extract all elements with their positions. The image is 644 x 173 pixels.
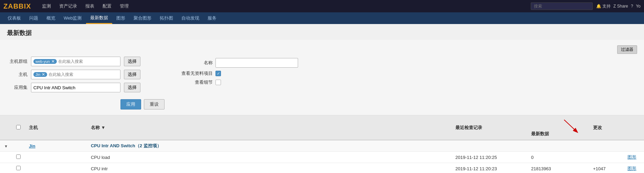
row2-name: CPU intr (87, 163, 451, 173)
th-host: 主机 (25, 115, 87, 140)
filter-action-row: 应用 重设 (120, 99, 165, 109)
host-link[interactable]: Jin (29, 143, 35, 149)
row1-select-checkbox[interactable] (16, 154, 21, 159)
row1-name: CPU load (87, 152, 451, 163)
share-link[interactable]: Z Share (613, 4, 628, 9)
host-group-select-button[interactable]: 选择 (124, 57, 140, 66)
row1-chevron (0, 152, 12, 163)
filter-toggle-button[interactable]: 过滤器 (617, 45, 637, 54)
filter-row-show-details: 查看细节 (178, 79, 298, 85)
sec-nav-maps[interactable]: 拓扑图 (156, 12, 177, 24)
zabbix-logo: ZABBIX (3, 2, 31, 10)
support-link[interactable]: 🔔 支持 (596, 3, 611, 9)
table-row: CPU load 2019-11-12 11:20:25 0 图形 (0, 152, 644, 163)
table-row: ▼ Jin CPU Intr AND Switch（2 监控项） (0, 140, 644, 152)
filter-row-app: 应用集 选择 (7, 83, 165, 92)
name-label: 名称 (178, 60, 213, 66)
th-last-check: 最近检查记录 (451, 115, 527, 140)
top-navigation: ZABBIX 监测 资产记录 报表 配置 管理 🔔 支持 Z Share ? Y… (0, 0, 644, 12)
nav-item-monitor[interactable]: 监测 (38, 0, 55, 12)
row2-chevron (0, 163, 12, 173)
row2-last-check: 2019-11-12 11:20:23 (451, 163, 527, 173)
filter-right-column: 名称 查看无资料项目 ✓ 查看细节 (178, 57, 298, 109)
row2-change: +1047 (589, 163, 623, 173)
page-title: 最新数据 (0, 24, 644, 40)
row1-change (589, 152, 623, 163)
user-menu[interactable]: Yo (636, 4, 641, 9)
filter-row-name: 名称 (178, 58, 298, 68)
name-sort[interactable]: 名称 ▼ (91, 125, 447, 131)
group-name-cell: CPU Intr AND Switch（2 监控项） (87, 140, 644, 152)
sec-nav-overview[interactable]: 概览 (42, 12, 60, 24)
host-tag-remove[interactable]: ✕ (42, 72, 45, 77)
table-row: CPU intr 2019-11-12 11:20:23 21813963 +1… (0, 163, 644, 173)
row1-latest-data: 0 (527, 152, 589, 163)
show-no-data-checkbox[interactable]: ✓ (215, 71, 221, 76)
nav-item-config[interactable]: 配置 (98, 0, 116, 12)
row2-host (25, 163, 87, 173)
global-search-input[interactable] (531, 2, 593, 10)
nav-item-assets[interactable]: 资产记录 (55, 0, 81, 12)
group-host-cell: Jin (25, 140, 87, 152)
row1-actions: 图形 (623, 152, 644, 163)
group-checkbox-cell (12, 140, 25, 152)
show-details-checkbox[interactable] (215, 80, 221, 85)
help-link[interactable]: ? (631, 4, 633, 9)
reset-button[interactable]: 重设 (144, 99, 165, 109)
arrow-annotation (557, 118, 585, 135)
top-nav-right: 🔔 支持 Z Share ? Yo (531, 2, 641, 10)
filter-left-column: 主机群组 web-yun ✕ 选择 主机 Jin ✕ (7, 57, 165, 109)
host-tag: Jin ✕ (33, 72, 47, 77)
row1-host (25, 152, 87, 163)
sec-nav-web[interactable]: Web监测 (60, 12, 86, 24)
host-group-tag: web-yun ✕ (33, 59, 57, 64)
sec-nav-graphs[interactable]: 图形 (112, 12, 129, 24)
expand-chevron-icon[interactable]: ▼ (4, 144, 8, 148)
host-search-input[interactable] (49, 72, 118, 77)
sec-nav-services[interactable]: 服务 (203, 12, 221, 24)
top-nav-menu: 监测 资产记录 报表 配置 管理 (38, 0, 133, 12)
apply-button[interactable]: 应用 (120, 99, 141, 109)
app-label: 应用集 (7, 84, 28, 91)
host-group-input-area[interactable]: web-yun ✕ (31, 57, 120, 66)
app-input[interactable] (31, 83, 120, 92)
th-change: 更改 (589, 115, 623, 140)
sec-nav-discovery[interactable]: 自动发现 (177, 12, 203, 24)
host-group-label: 主机群组 (7, 58, 28, 65)
host-group-tag-remove[interactable]: ✕ (51, 59, 55, 64)
filter-row-host-group: 主机群组 web-yun ✕ 选择 (7, 57, 165, 66)
latest-data-table: 主机 名称 ▼ 最近检查记录 最新数据 (0, 115, 644, 173)
top-right-links: 🔔 支持 Z Share ? Yo (596, 3, 641, 9)
filter-top-bar: 过滤器 (7, 45, 637, 54)
nav-item-admin[interactable]: 管理 (116, 0, 133, 12)
host-label: 主机 (7, 71, 28, 78)
row1-last-check: 2019-11-12 11:20:25 (451, 152, 527, 163)
app-select-button[interactable]: 选择 (124, 83, 140, 92)
svg-line-1 (564, 120, 576, 131)
table-header-row: 主机 名称 ▼ 最近检查记录 最新数据 (0, 115, 644, 140)
filter-grid: 主机群组 web-yun ✕ 选择 主机 Jin ✕ (7, 57, 637, 109)
th-name[interactable]: 名称 ▼ (87, 115, 451, 140)
row2-select-checkbox[interactable] (16, 166, 21, 170)
host-input-area[interactable]: Jin ✕ (31, 70, 120, 79)
host-group-search-input[interactable] (58, 59, 118, 64)
sec-nav-screens[interactable]: 聚合图形 (129, 12, 156, 24)
row2-graph-link[interactable]: 图形 (627, 166, 636, 171)
select-all-checkbox[interactable] (16, 125, 21, 129)
data-table-container: 主机 名称 ▼ 最近检查记录 最新数据 (0, 115, 644, 173)
row2-checkbox (12, 163, 25, 173)
nav-item-reports[interactable]: 报表 (81, 0, 98, 12)
row2-actions: 图形 (623, 163, 644, 173)
sec-nav-dashboard[interactable]: 仪表板 (3, 12, 25, 24)
group-chevron-cell: ▼ (0, 140, 12, 152)
sec-nav-problems[interactable]: 问题 (25, 12, 42, 24)
row1-checkbox (12, 152, 25, 163)
show-no-data-label: 查看无资料项目 (178, 70, 213, 77)
row1-graph-link[interactable]: 图形 (627, 154, 636, 160)
host-select-button[interactable]: 选择 (124, 70, 140, 79)
filter-row-host: 主机 Jin ✕ 选择 (7, 70, 165, 79)
th-expand (0, 115, 12, 140)
th-checkbox (12, 115, 25, 140)
name-input[interactable] (215, 58, 298, 68)
sec-nav-latest[interactable]: 最新数据 (86, 12, 112, 24)
